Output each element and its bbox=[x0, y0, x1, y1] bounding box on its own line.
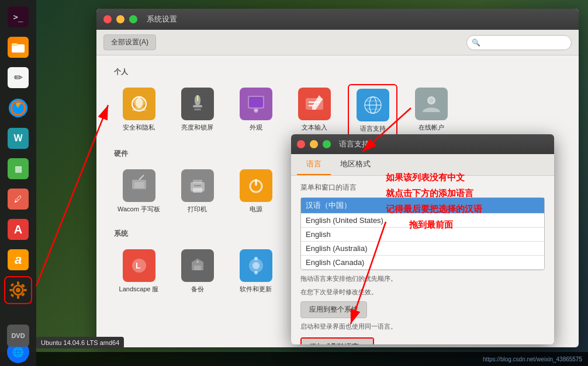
backup-label: 备份 bbox=[191, 285, 204, 293]
taskbar-item-calc[interactable]: ▦ bbox=[4, 155, 32, 183]
taskbar-item-files[interactable] bbox=[4, 33, 32, 61]
taskbar-item-terminal[interactable]: >_ bbox=[4, 3, 32, 31]
taskbar: >_ ✏ bbox=[0, 0, 36, 366]
svg-rect-38 bbox=[194, 185, 201, 186]
svg-point-31 bbox=[429, 98, 434, 103]
dialog-maximize-button[interactable] bbox=[323, 140, 331, 148]
dialog-btn-area: 应用到整个系统 bbox=[300, 301, 545, 318]
svg-rect-8 bbox=[23, 289, 27, 291]
settings-item-wacom[interactable]: Wacom 手写板 bbox=[114, 166, 164, 217]
taskbar-item-firefox[interactable] bbox=[4, 94, 32, 122]
terminal-icon: >_ bbox=[8, 6, 29, 27]
svg-point-52 bbox=[254, 257, 258, 260]
settings-item-text-input[interactable]: 文本输入 bbox=[289, 84, 339, 137]
annotation-line4: 拖到最前面 bbox=[386, 219, 453, 229]
window-titlebar: 系统设置 bbox=[96, 9, 579, 30]
software-label: 软件和更新 bbox=[240, 285, 272, 293]
svg-rect-33 bbox=[134, 182, 144, 188]
status-bar: https://blog.csdn.net/weixin_43865575 bbox=[0, 352, 588, 366]
lang-item-english-ca[interactable]: English (Canada) bbox=[301, 256, 544, 270]
svg-rect-7 bbox=[9, 289, 13, 291]
settings-icon bbox=[8, 280, 29, 301]
svg-rect-5 bbox=[17, 281, 19, 285]
wacom-label: Wacom 手写板 bbox=[117, 205, 160, 213]
backup-icon bbox=[181, 249, 214, 282]
settings-item-appearance[interactable]: 外观 bbox=[231, 84, 281, 137]
search-box[interactable]: 🔍 bbox=[466, 35, 572, 50]
svg-point-51 bbox=[253, 262, 260, 269]
settings-item-backup[interactable]: 备份 bbox=[172, 246, 222, 297]
settings-item-accounts[interactable]: 在线帐户 bbox=[406, 84, 456, 137]
dialog-minimize-button[interactable] bbox=[310, 140, 318, 148]
text-input-label: 文本输入 bbox=[302, 123, 327, 131]
apply-system-button[interactable]: 应用到整个系统 bbox=[300, 301, 367, 318]
section-personal-title: 个人 bbox=[114, 67, 561, 77]
svg-rect-9 bbox=[10, 283, 14, 287]
settings-item-privacy[interactable]: 安全和隐私 bbox=[114, 84, 164, 137]
language-icon bbox=[357, 89, 389, 121]
taskbar-item-editor[interactable]: ✏ bbox=[4, 64, 32, 92]
dvd-icon: DVD bbox=[7, 325, 29, 347]
brightness-icon bbox=[181, 88, 214, 120]
svg-rect-6 bbox=[17, 295, 19, 299]
svg-rect-19 bbox=[249, 97, 263, 107]
lang-hint1: 拖动语言来安排他们的优先顺序。 bbox=[300, 274, 545, 284]
search-icon: 🔍 bbox=[472, 39, 480, 47]
settings-item-landscape[interactable]: L Landscape 服 bbox=[114, 246, 164, 297]
annotation-line1: 如果该列表没有中文 bbox=[386, 172, 465, 182]
settings-item-power[interactable]: 电源 bbox=[231, 166, 281, 217]
apply-hint: 启动和登录界面也使用同一语言。 bbox=[300, 322, 545, 332]
language-label: 语言支持 bbox=[360, 124, 386, 133]
svg-rect-17 bbox=[194, 109, 201, 110]
landscape-label: Landscape 服 bbox=[119, 285, 159, 293]
accounts-icon bbox=[415, 88, 448, 120]
close-button[interactable] bbox=[103, 15, 112, 23]
appearance-label: 外观 bbox=[250, 123, 262, 131]
taskbar-item-dvd[interactable]: DVD bbox=[4, 322, 32, 350]
editor-icon: ✏ bbox=[8, 67, 29, 88]
settings-item-brightness[interactable]: 亮度和锁屏 bbox=[172, 84, 222, 137]
power-label: 电源 bbox=[250, 205, 262, 213]
tab-language[interactable]: 语言 bbox=[297, 154, 331, 175]
desktop: >_ ✏ bbox=[0, 0, 588, 366]
svg-point-4 bbox=[16, 288, 20, 292]
printer-icon bbox=[181, 169, 214, 202]
svg-rect-16 bbox=[193, 105, 202, 107]
tab-region[interactable]: 地区格式 bbox=[331, 154, 380, 175]
taskbar-item-amazon[interactable]: a bbox=[4, 246, 32, 274]
landscape-icon: L bbox=[123, 249, 155, 282]
calc-icon: ▦ bbox=[8, 158, 29, 179]
taskbar-item-settings[interactable] bbox=[4, 276, 32, 304]
dialog-title: 语言支持 bbox=[339, 139, 369, 149]
add-language-button[interactable]: 添加或删除语言... bbox=[302, 339, 373, 345]
svg-text:L: L bbox=[136, 261, 141, 270]
ubuntu-version-tooltip: Ubuntu 14.04.6 LTS amd64 bbox=[36, 337, 124, 348]
window-toolbar: 全部设置(A) 🔍 bbox=[96, 30, 579, 55]
back-button[interactable]: 全部设置(A) bbox=[103, 34, 156, 50]
settings-item-language[interactable]: 语言支持 bbox=[348, 84, 397, 137]
maximize-button[interactable] bbox=[129, 15, 137, 23]
taskbar-item-font[interactable]: A bbox=[4, 215, 32, 243]
brightness-label: 亮度和锁屏 bbox=[181, 123, 213, 131]
text-input-icon bbox=[298, 88, 331, 120]
taskbar-item-draw[interactable]: 🖊 bbox=[4, 185, 32, 213]
lang-item-english-au[interactable]: English (Australia) bbox=[301, 242, 544, 256]
settings-item-printer[interactable]: 打印机 bbox=[172, 166, 222, 217]
svg-rect-37 bbox=[193, 188, 202, 193]
language-dialog: 语言支持 语言 地区格式 菜单和窗口的语言 汉语（中国） English (Un… bbox=[291, 134, 554, 344]
wacom-icon bbox=[123, 169, 155, 202]
taskbar-item-writer[interactable]: W bbox=[4, 124, 32, 152]
dialog-close-button[interactable] bbox=[297, 140, 305, 148]
appearance-icon bbox=[240, 88, 272, 120]
printer-label: 打印机 bbox=[188, 205, 207, 213]
privacy-icon bbox=[123, 88, 155, 120]
section-personal: 个人 安全和隐私 亮度和锁屏 bbox=[114, 67, 561, 137]
svg-rect-11 bbox=[10, 293, 14, 297]
amazon-icon: a bbox=[8, 249, 29, 270]
annotation-line2: 就点击下方的添加语言 bbox=[386, 188, 473, 198]
settings-item-software[interactable]: 软件和更新 bbox=[231, 246, 281, 297]
minimize-button[interactable] bbox=[116, 15, 124, 23]
firefox-icon bbox=[7, 97, 29, 119]
svg-line-34 bbox=[139, 175, 144, 180]
annotation-text: 如果该列表没有中文 就点击下方的添加语言 记得最后要把选择的汉语 拖到最前面 bbox=[386, 169, 482, 232]
